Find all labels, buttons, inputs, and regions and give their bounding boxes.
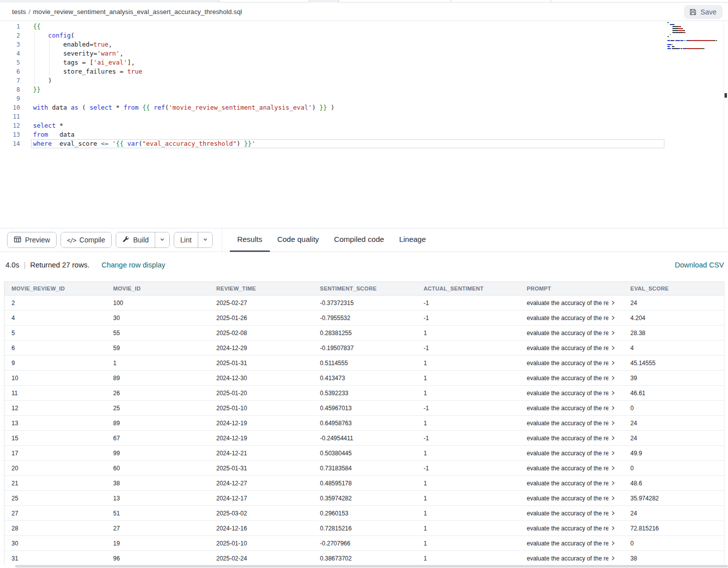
- prompt-expand-chevron-icon[interactable]: [611, 405, 615, 411]
- table-row: 20602025-01-310.73183584-1evaluate the a…: [5, 461, 724, 476]
- prompt-text: evaluate the accuracy of the res…: [527, 405, 608, 412]
- code-text: config(: [33, 31, 75, 40]
- prompt-expand-chevron-icon[interactable]: [611, 525, 615, 531]
- breadcrumb-bar: tests/movie_review_sentiment_analysis_ev…: [0, 3, 728, 21]
- table-row: 4302025-01-26-0.7955532-1evaluate the ac…: [5, 311, 724, 326]
- table-cell: 55: [106, 330, 209, 337]
- table-cell: 25: [106, 405, 209, 412]
- lint-button[interactable]: Lint: [174, 232, 198, 247]
- line-number: 12: [0, 121, 20, 130]
- prompt-expand-chevron-icon[interactable]: [611, 555, 615, 561]
- prompt-expand-chevron-icon[interactable]: [611, 480, 615, 486]
- prompt-expand-chevron-icon[interactable]: [611, 330, 615, 336]
- prompt-expand-chevron-icon[interactable]: [611, 300, 615, 306]
- code-editor[interactable]: 1{{2 config(3 enabled=true,4 severity='w…: [0, 21, 728, 228]
- change-row-display-link[interactable]: Change row display: [102, 261, 165, 269]
- table-cell: 15: [5, 435, 106, 442]
- table-cell: 2025-01-10: [209, 405, 313, 412]
- prompt-expand-chevron-icon[interactable]: [611, 450, 615, 456]
- table-cell: 2025-01-31: [209, 465, 313, 472]
- result-tabs: ResultsCode qualityCompiled codeLineage: [230, 228, 434, 252]
- eval-score-cell: 35.974282: [623, 495, 724, 502]
- table-cell: 1: [417, 450, 520, 457]
- table-cell: 2: [5, 300, 106, 307]
- table-cell: 1: [417, 510, 520, 517]
- line-number: 7: [0, 76, 20, 85]
- prompt-expand-chevron-icon[interactable]: [611, 435, 615, 441]
- horizontal-scrollbar-thumb[interactable]: [15, 565, 728, 567]
- table-cell: 60: [106, 465, 209, 472]
- prompt-expand-chevron-icon[interactable]: [611, 420, 615, 426]
- horizontal-scrollbar[interactable]: [0, 564, 728, 568]
- save-button[interactable]: Save: [684, 5, 722, 19]
- table-row: 21382024-12-270.485951781evaluate the ac…: [5, 476, 724, 491]
- eval-score-cell: 39: [623, 375, 724, 382]
- prompt-expand-chevron-icon[interactable]: [611, 345, 615, 351]
- prompt-expand-chevron-icon[interactable]: [611, 390, 615, 396]
- prompt-expand-chevron-icon[interactable]: [611, 315, 615, 321]
- table-cell: 12: [5, 405, 106, 412]
- prompt-text: evaluate the accuracy of the res…: [527, 315, 608, 322]
- prompt-text: evaluate the accuracy of the res…: [527, 480, 608, 487]
- table-cell: 0.5392233: [313, 390, 417, 397]
- status-separator: |: [24, 261, 26, 269]
- tab-results[interactable]: Results: [230, 228, 270, 252]
- table-cell: 2025-02-24: [209, 555, 313, 562]
- eval-score-cell: 38: [623, 555, 724, 562]
- table-cell: 0.72815216: [313, 525, 417, 532]
- table-cell: 20: [5, 465, 106, 472]
- column-header: PROMPT: [520, 286, 623, 292]
- table-cell: 0.73183584: [313, 465, 417, 472]
- prompt-expand-chevron-icon[interactable]: [611, 540, 615, 546]
- prompt-expand-chevron-icon[interactable]: [611, 360, 615, 366]
- lint-button-label: Lint: [180, 236, 192, 244]
- minimap[interactable]: [667, 22, 723, 82]
- query-duration: 4.0s: [6, 261, 19, 269]
- download-csv-link[interactable]: Download CSV: [675, 261, 724, 269]
- compile-button[interactable]: </>Compile: [61, 232, 111, 247]
- prompt-text: evaluate the accuracy of the res…: [527, 450, 608, 457]
- prompt-text: evaluate the accuracy of the res…: [527, 345, 608, 352]
- prompt-expand-chevron-icon[interactable]: [611, 375, 615, 381]
- table-cell: 38: [106, 480, 209, 487]
- tab-compiled-code[interactable]: Compiled code: [326, 228, 392, 252]
- table-row: 11262025-01-200.53922331evaluate the acc…: [5, 386, 724, 401]
- bottom-panel-toolbar: Preview</>CompileBuildLint ResultsCode q…: [0, 228, 728, 252]
- table-row: 15672024-12-19-0.24954411-1evaluate the …: [5, 431, 724, 446]
- code-text: tags = ['ai_eval'],: [33, 58, 135, 67]
- build-dropdown-button[interactable]: [155, 232, 169, 247]
- dbt-ide-window: tests/movie_review_sentiment_analysis_ev…: [0, 0, 728, 568]
- table-cell: 2024-12-27: [209, 480, 313, 487]
- lint-dropdown-button[interactable]: [198, 232, 212, 247]
- compile-button-group: </>Compile: [61, 232, 112, 248]
- prompt-expand-chevron-icon[interactable]: [611, 510, 615, 516]
- preview-button[interactable]: Preview: [8, 232, 56, 247]
- table-cell: 1: [417, 495, 520, 502]
- prompt-cell: evaluate the accuracy of the res…: [520, 495, 623, 502]
- save-button-label: Save: [700, 8, 716, 16]
- eval-score-cell: 0: [623, 465, 724, 472]
- build-button-label: Build: [133, 236, 149, 244]
- code-text: where eval_score <= '{{ var("eval_accura…: [33, 139, 255, 148]
- editor-scrollbar-marker[interactable]: [724, 93, 727, 98]
- table-cell: 2025-02-27: [209, 300, 313, 307]
- prompt-expand-chevron-icon[interactable]: [611, 495, 615, 501]
- table-cell: 2025-01-31: [209, 360, 313, 367]
- table-cell: 30: [106, 315, 209, 322]
- table-row: 17992024-12-210.503804451evaluate the ac…: [5, 446, 724, 461]
- table-row: 31962025-02-240.386737021evaluate the ac…: [5, 551, 724, 566]
- prompt-cell: evaluate the accuracy of the res…: [520, 510, 623, 517]
- build-button[interactable]: Build: [116, 232, 155, 247]
- prompt-expand-chevron-icon[interactable]: [611, 465, 615, 471]
- tab-lineage[interactable]: Lineage: [392, 228, 433, 252]
- code-icon: </>: [67, 236, 76, 244]
- table-row: 25132024-12-170.359742821evaluate the ac…: [5, 491, 724, 506]
- table-cell: 2024-12-17: [209, 495, 313, 502]
- table-cell: 2024-12-19: [209, 435, 313, 442]
- breadcrumb-folder[interactable]: tests: [12, 8, 26, 16]
- minimap-divider: [723, 21, 724, 228]
- tab-code-quality[interactable]: Code quality: [270, 228, 326, 252]
- rows-returned-text: Returned 27 rows.: [30, 261, 89, 269]
- table-cell: 4: [5, 315, 106, 322]
- table-cell: 1: [417, 540, 520, 547]
